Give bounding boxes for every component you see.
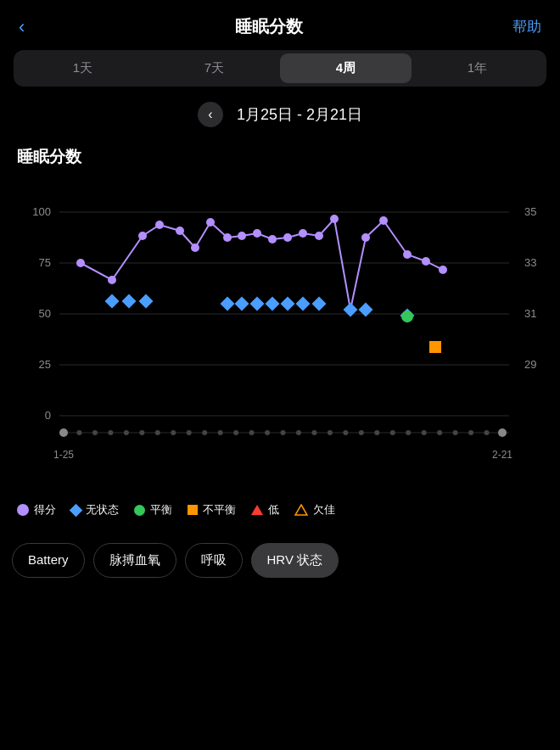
back-button[interactable]: ‹ bbox=[19, 16, 25, 38]
svg-point-48 bbox=[401, 311, 413, 322]
svg-point-70 bbox=[359, 430, 364, 435]
bottom-tab-呼吸[interactable]: 呼吸 bbox=[185, 543, 243, 578]
svg-point-69 bbox=[343, 430, 348, 435]
svg-point-65 bbox=[281, 430, 286, 435]
svg-point-58 bbox=[171, 430, 176, 435]
svg-point-77 bbox=[468, 430, 473, 435]
svg-point-62 bbox=[233, 430, 238, 435]
svg-point-25 bbox=[283, 233, 292, 242]
svg-text:100: 100 bbox=[32, 205, 51, 218]
svg-text:25: 25 bbox=[39, 358, 51, 371]
svg-rect-44 bbox=[312, 297, 327, 311]
svg-text:2-21: 2-21 bbox=[492, 449, 512, 461]
bottom-tab-HRV-状态[interactable]: HRV 状态 bbox=[251, 543, 339, 578]
svg-point-76 bbox=[453, 430, 458, 435]
svg-point-57 bbox=[155, 430, 160, 435]
svg-rect-46 bbox=[359, 303, 373, 317]
svg-point-18 bbox=[176, 227, 184, 235]
legend-diamond-icon bbox=[70, 503, 83, 517]
svg-rect-35 bbox=[105, 294, 120, 309]
legend-item: 低 bbox=[251, 502, 279, 518]
svg-point-66 bbox=[296, 430, 301, 435]
svg-rect-43 bbox=[296, 297, 311, 311]
tab-4周[interactable]: 4周 bbox=[280, 53, 412, 83]
svg-point-27 bbox=[315, 232, 323, 240]
svg-text:31: 31 bbox=[524, 307, 536, 320]
svg-point-34 bbox=[439, 266, 447, 274]
svg-point-21 bbox=[223, 233, 232, 242]
svg-point-56 bbox=[139, 430, 144, 435]
legend-label: 无状态 bbox=[86, 502, 119, 518]
help-button[interactable]: 帮助 bbox=[512, 17, 541, 36]
svg-point-52 bbox=[76, 430, 81, 435]
date-range-label: 1月25日 - 2月21日 bbox=[237, 104, 362, 125]
svg-point-75 bbox=[437, 430, 442, 435]
svg-rect-49 bbox=[429, 341, 441, 353]
svg-text:35: 35 bbox=[524, 205, 536, 218]
svg-point-71 bbox=[374, 430, 379, 435]
svg-point-30 bbox=[361, 233, 370, 242]
tab-1年[interactable]: 1年 bbox=[412, 53, 543, 83]
svg-point-59 bbox=[187, 430, 192, 435]
tab-7天[interactable]: 7天 bbox=[148, 53, 280, 83]
svg-point-61 bbox=[218, 430, 223, 435]
svg-point-32 bbox=[403, 250, 412, 259]
svg-point-14 bbox=[76, 259, 85, 267]
svg-point-53 bbox=[92, 430, 98, 435]
svg-point-24 bbox=[268, 235, 277, 243]
tab-1天[interactable]: 1天 bbox=[17, 53, 148, 83]
legend-label: 低 bbox=[268, 502, 279, 518]
svg-point-26 bbox=[299, 229, 307, 238]
legend-item: 无状态 bbox=[71, 502, 119, 518]
legend-label: 平衡 bbox=[150, 502, 172, 518]
svg-text:33: 33 bbox=[524, 256, 536, 269]
svg-rect-36 bbox=[122, 294, 137, 309]
legend-label: 欠佳 bbox=[313, 502, 335, 518]
svg-point-63 bbox=[249, 430, 255, 435]
svg-point-79 bbox=[498, 428, 507, 437]
svg-point-55 bbox=[124, 430, 129, 435]
svg-point-15 bbox=[108, 276, 116, 284]
svg-point-31 bbox=[379, 216, 388, 225]
header: ‹ 睡眠分数 帮助 bbox=[0, 0, 560, 50]
legend-label: 得分 bbox=[34, 502, 56, 518]
svg-rect-40 bbox=[250, 297, 265, 311]
svg-point-67 bbox=[311, 430, 316, 435]
svg-point-78 bbox=[484, 430, 490, 435]
svg-point-51 bbox=[59, 428, 68, 437]
svg-text:75: 75 bbox=[39, 256, 51, 269]
legend-label: 不平衡 bbox=[203, 502, 236, 518]
svg-rect-38 bbox=[221, 297, 235, 311]
svg-point-20 bbox=[206, 218, 215, 227]
legend-orange-icon bbox=[188, 505, 198, 515]
legend-item: 平衡 bbox=[134, 502, 172, 518]
date-navigation: ‹ 1月25日 - 2月21日 bbox=[0, 102, 560, 127]
svg-rect-42 bbox=[281, 297, 295, 311]
svg-point-74 bbox=[422, 430, 427, 435]
bottom-tab-bar: Battery脉搏血氧呼吸HRV 状态 bbox=[0, 536, 560, 590]
svg-point-64 bbox=[265, 430, 270, 435]
bottom-tab-Battery[interactable]: Battery bbox=[12, 543, 85, 578]
svg-marker-82 bbox=[295, 505, 307, 515]
svg-rect-37 bbox=[139, 294, 154, 309]
svg-point-54 bbox=[108, 430, 113, 435]
svg-text:50: 50 bbox=[39, 307, 51, 320]
svg-rect-45 bbox=[344, 303, 358, 317]
sleep-score-chart: 100 75 50 25 0 35 33 31 29 1-25 2-21 bbox=[8, 178, 552, 484]
svg-point-72 bbox=[390, 430, 395, 435]
legend-item: 欠佳 bbox=[294, 502, 335, 518]
legend-circle-icon bbox=[17, 504, 29, 516]
svg-point-23 bbox=[253, 229, 261, 238]
svg-point-16 bbox=[138, 232, 147, 240]
svg-point-19 bbox=[191, 243, 199, 252]
svg-point-22 bbox=[238, 232, 246, 240]
svg-rect-41 bbox=[266, 297, 280, 311]
legend-item: 不平衡 bbox=[188, 502, 236, 518]
prev-date-button[interactable]: ‹ bbox=[198, 102, 223, 127]
legend-red-triangle-icon bbox=[251, 505, 263, 515]
svg-text:29: 29 bbox=[524, 358, 536, 371]
svg-rect-39 bbox=[235, 297, 249, 311]
svg-point-28 bbox=[330, 215, 339, 223]
section-title: 睡眠分数 bbox=[0, 146, 560, 168]
bottom-tab-脉搏血氧[interactable]: 脉搏血氧 bbox=[93, 543, 176, 578]
